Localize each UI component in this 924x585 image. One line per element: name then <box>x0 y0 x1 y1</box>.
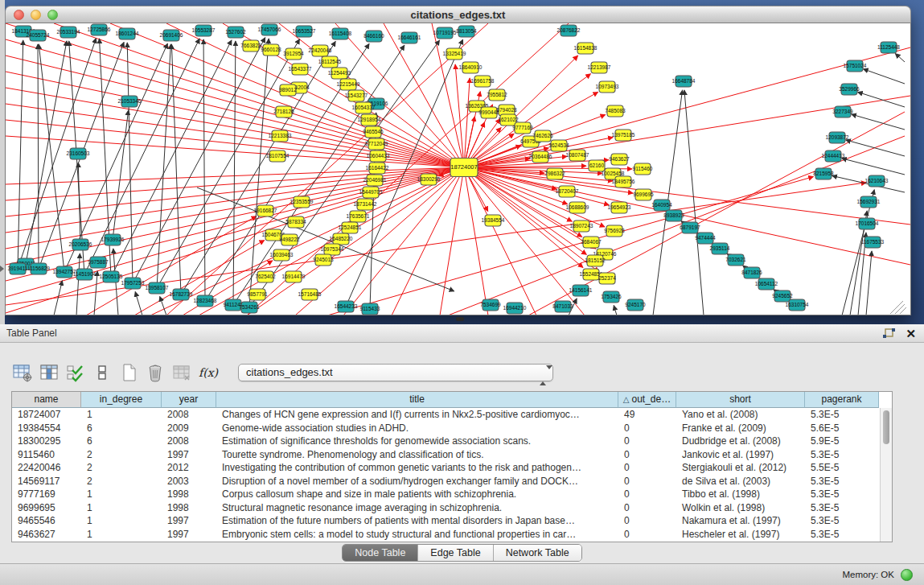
table-row[interactable]: 946362711997Embryonic stem cells: a mode… <box>12 528 880 542</box>
column-header-out_de[interactable]: △out_de… <box>618 392 676 408</box>
graph-node-label: 3912954 <box>283 51 304 56</box>
float-panel-icon[interactable] <box>882 328 895 340</box>
network-canvas[interactable]: 1841310424055724205331941272586618601244… <box>5 23 911 315</box>
function-builder-icon[interactable]: f(x) <box>199 362 218 383</box>
column-header-title[interactable]: title <box>216 392 618 408</box>
new-column-icon[interactable] <box>119 362 138 383</box>
graph-node-label: 11451904 <box>73 271 97 277</box>
cell-pagerank: 5.3E-5 <box>805 408 879 422</box>
graph-node-label: 17939926 <box>101 237 125 242</box>
graph-node-label: 16154838 <box>574 45 598 51</box>
graph-node-label: 9115460 <box>633 166 653 171</box>
cell-name: 19384554 <box>12 422 81 435</box>
cell-year: 1997 <box>162 514 216 528</box>
minimize-window-button[interactable] <box>31 10 41 20</box>
cell-title: Estimation of the future numbers of pati… <box>216 514 618 528</box>
table-row[interactable]: 977716911998Corpus callosum shape and si… <box>12 488 880 501</box>
cell-pagerank: 5.6E-5 <box>805 422 879 435</box>
table-settings-icon[interactable] <box>13 362 32 383</box>
graph-node-label: 1753426 <box>601 294 622 299</box>
dock-arrow-icon[interactable] <box>0 266 4 272</box>
delete-table-icon[interactable] <box>172 362 191 383</box>
table-scrollbar[interactable] <box>880 408 892 542</box>
delete-column-icon[interactable] <box>146 362 165 383</box>
left-dock-strip <box>0 0 5 324</box>
cell-title: Genome-wide association studies in ADHD. <box>216 422 618 435</box>
network-view-window[interactable]: citations_edges.txt 18413104240557242053… <box>5 6 911 315</box>
stacked-squares-icon[interactable] <box>92 362 112 383</box>
table-toolbar: f(x) citations_edges.txt <box>13 360 553 385</box>
graph-node-label: 8466160 <box>363 33 384 39</box>
cell-name: 9699695 <box>12 501 81 515</box>
graph-node-label: 3227349 <box>832 109 853 114</box>
graph-node-label: 10719195 <box>433 30 457 35</box>
column-header-pagerank[interactable]: pagerank <box>805 392 879 408</box>
window-titlebar[interactable]: citations_edges.txt <box>5 6 911 23</box>
graph-node-label: 7534699 <box>480 302 501 307</box>
graph-node-label: 6879197 <box>680 225 700 230</box>
graph-node-label: 12505135 <box>100 274 123 279</box>
table-row[interactable]: 2242004622012Investigating the contribut… <box>12 461 880 475</box>
table-row[interactable]: 1872400712008Changes of HCN gene express… <box>12 408 880 422</box>
graph-node-label: 11156829 <box>27 266 50 271</box>
table-row[interactable]: 946554611997Estimation of the future num… <box>12 514 880 528</box>
graph-node-label: 18720407 <box>556 188 579 194</box>
graph-node-label: 12524851 <box>339 225 362 230</box>
cell-year: 2003 <box>162 475 216 488</box>
graph-node-label: 18495756 <box>612 179 635 184</box>
graph-node-label: 12093872 <box>826 134 849 140</box>
table-row[interactable]: 1456911722003Disruption of a novel membe… <box>12 475 880 488</box>
graph-node-label: 12215449 <box>337 81 360 87</box>
citation-graph[interactable]: 1841310424055724205331941272586618601244… <box>6 23 910 315</box>
graph-node-label: 18640910 <box>459 64 483 70</box>
cell-in_degree: 1 <box>81 488 162 501</box>
graph-node-label: 9474444 <box>695 235 716 241</box>
graph-node-label: 1640954 <box>651 202 672 208</box>
graph-node-label: 13325419 <box>443 51 466 56</box>
table-row[interactable]: 1938455462009Genome-wide association stu… <box>12 422 880 435</box>
table-row[interactable]: 1830029562008Estimation of significance … <box>12 435 880 448</box>
table-row[interactable]: 911546021997Tourette syndrome. Phenomeno… <box>12 448 880 462</box>
graph-node-label: 19384554 <box>482 217 505 223</box>
cell-in_degree: 1 <box>81 514 162 528</box>
column-header-short[interactable]: short <box>676 392 805 408</box>
graph-node-label: 21053346 <box>118 98 142 104</box>
zoom-window-button[interactable] <box>47 10 58 20</box>
row-checks-icon[interactable] <box>66 362 85 383</box>
graph-node-label: 3684067 <box>581 239 602 245</box>
panel-splitter-handle[interactable] <box>456 317 464 321</box>
table-select-dropdown[interactable]: citations_edges.txt <box>238 364 553 381</box>
table-panel-header: Table Panel ✕ <box>0 324 924 343</box>
graph-node-label: 16944210 <box>503 305 527 311</box>
show-columns-icon[interactable] <box>39 362 59 383</box>
graph-node-label: 22046981 <box>363 177 387 183</box>
cell-year: 2008 <box>162 435 216 448</box>
column-header-year[interactable]: year <box>162 392 216 408</box>
tab-node-table[interactable]: Node Table <box>343 545 417 561</box>
graph-node-label: 16210643 <box>865 178 889 183</box>
graph-node-label: 9465546 <box>363 129 384 134</box>
graph-node-label: 9115433 <box>360 306 380 311</box>
table-row[interactable]: 969969511998Structural magnetic resonanc… <box>12 501 880 515</box>
tab-edge-table[interactable]: Edge Table <box>417 545 492 561</box>
graph-node-label: 19654923 <box>608 204 631 210</box>
graph-node-label: 12918954 <box>358 117 381 122</box>
cell-short: Tibbo et al. (1998) <box>676 488 805 501</box>
close-panel-icon[interactable]: ✕ <box>906 324 916 343</box>
column-header-in_degree[interactable]: in_degree <box>81 392 162 408</box>
cell-out_de: 0 <box>618 475 676 488</box>
memory-ok-icon[interactable] <box>901 569 913 581</box>
tab-network-table[interactable]: Network Table <box>493 545 581 561</box>
cell-short: de Silva et al. (2003) <box>676 475 805 488</box>
graph-node-label: 11254493 <box>328 70 351 76</box>
cell-name: 9463627 <box>12 528 81 542</box>
cell-pagerank: 5.3E-5 <box>805 448 879 462</box>
graph-node-label: 22420046 <box>309 47 332 53</box>
cell-title: Investigating the contribution of common… <box>216 461 618 475</box>
graph-node-label: 17712049 <box>365 141 388 146</box>
cell-title: Changes of HCN gene expression and I(f) … <box>216 408 618 422</box>
close-window-button[interactable] <box>14 10 24 20</box>
cell-title: Structural magnetic resonance image aver… <box>216 501 618 515</box>
scrollbar-thumb[interactable] <box>883 410 889 444</box>
column-header-name[interactable]: name <box>12 392 81 408</box>
